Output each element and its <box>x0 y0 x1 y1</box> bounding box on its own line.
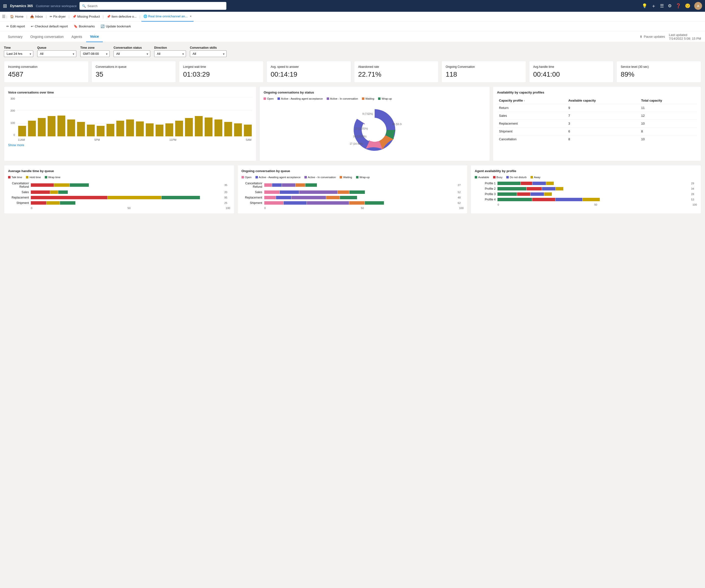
search-bar[interactable]: 🔍 Search <box>80 2 226 10</box>
hbar-bars <box>498 187 689 190</box>
tabs-bar: Summary Ongoing conversation Agents Voic… <box>0 31 705 42</box>
checkout-report-button[interactable]: ↩ Checkout default report <box>29 23 70 29</box>
kpi-wait: Longest wait time 01:03:29 <box>179 61 264 83</box>
filter-skills: Conversation skills All <box>190 46 227 57</box>
hbar-bars <box>31 196 223 199</box>
bar-segment <box>60 201 76 205</box>
conv-status-select[interactable]: All <box>113 50 150 57</box>
avg-handle-card: Average handle time by queue Talk time H… <box>4 165 234 214</box>
hbar-row: Profile 453 <box>475 198 697 201</box>
svg-rect-13 <box>106 124 114 136</box>
time-select[interactable]: Last 24 hrs Last 7 days Last 30 days <box>4 50 33 57</box>
hbar-bars <box>31 183 223 187</box>
close-tab-icon[interactable]: ✕ <box>190 15 192 17</box>
breadcrumb-home[interactable]: 🏠 Home <box>8 12 26 21</box>
direction-select[interactable]: All <box>154 50 186 57</box>
bookmarks-button[interactable]: 🔖 Bookmarks <box>71 23 97 29</box>
hamburger-icon[interactable]: ☰ <box>660 3 664 9</box>
active-awaiting-legend-dot <box>278 97 280 100</box>
queue-select[interactable]: All <box>37 50 76 57</box>
svg-rect-20 <box>175 121 183 136</box>
hbar-row: Replacement48 <box>241 196 464 199</box>
kpi-handle: Avg.handle time 00:41:00 <box>529 61 614 83</box>
breadcrumb-realtime[interactable]: 🌐 Real time omnichannel an... ✕ <box>141 12 194 21</box>
bar-segment <box>326 196 340 199</box>
checkout-icon: ↩ <box>31 25 34 28</box>
chart-x-labels: 11AM 5PM 11PM 5AM <box>17 138 252 141</box>
plus-icon[interactable]: ＋ <box>651 3 656 9</box>
bar-segment <box>544 192 552 196</box>
hold-time-dot <box>26 176 29 178</box>
bottom-row: Average handle time by queue Talk time H… <box>4 165 701 214</box>
pause-updates-button[interactable]: ⏸ Pause updates <box>640 35 665 38</box>
bar-segment <box>530 192 544 196</box>
timezone-select[interactable]: GMT-08:00 <box>80 50 110 57</box>
donut-container: 63 (53.38%) 17 (14.40%) 16 (13.55%) 13 (… <box>264 103 486 157</box>
svg-text:17 (14.40%): 17 (14.40%) <box>350 142 363 145</box>
svg-text:16 (13.55%): 16 (13.55%) <box>353 135 366 138</box>
svg-text:63 (53.38%): 63 (53.38%) <box>392 123 402 126</box>
bar-segment <box>31 190 50 194</box>
tab-agents[interactable]: Agents <box>67 31 86 42</box>
bar-segment <box>108 196 161 199</box>
hbar-row: Shipment25 <box>8 201 230 205</box>
filters-row: Time Last 24 hrs Last 7 days Last 30 day… <box>4 46 701 57</box>
bar-segment <box>498 192 517 196</box>
grid-icon[interactable]: ⊞ <box>3 3 7 9</box>
svg-rect-12 <box>97 126 104 136</box>
capacity-table-row: Return911 <box>497 104 697 112</box>
svg-rect-8 <box>57 116 65 136</box>
donut-legend: Open Active - Awaiting agent acceptance … <box>264 97 486 100</box>
bar-chart-area <box>17 97 252 136</box>
svg-rect-11 <box>87 125 95 136</box>
hbar-row: Profile 129 <box>475 182 697 185</box>
ongoing-status-chart: Ongoing conversations by status Open Act… <box>260 86 490 161</box>
filter-queue: Queue All <box>37 46 76 57</box>
pin-icon-2: 📌 <box>107 15 110 18</box>
top-nav-actions: 💡 ＋ ☰ ⚙ ❓ 🙂 A <box>642 2 702 10</box>
kpi-queue: Conversations in queue 35 <box>92 61 176 83</box>
breadcrumb-missing-product[interactable]: 📌 Missing Product <box>70 12 102 21</box>
hbar-bars <box>264 201 456 205</box>
svg-rect-26 <box>234 123 242 136</box>
gear-icon[interactable]: ⚙ <box>668 3 672 9</box>
breadcrumb-fix-dryer[interactable]: ✏ Fix dryer <box>48 12 68 21</box>
wrap-time-dot <box>45 176 47 178</box>
bar-segment <box>583 198 600 201</box>
smiley-icon[interactable]: 🙂 <box>685 3 690 9</box>
filter-direction: Direction All <box>154 46 186 57</box>
bar-segment <box>291 196 326 199</box>
capacity-table-scroll[interactable]: Capacity profile ↑ Available capacity To… <box>497 97 697 143</box>
help-icon[interactable]: ❓ <box>676 3 681 9</box>
breadcrumb-inbox[interactable]: 📥 Inbox <box>28 12 45 21</box>
bar-segment <box>542 187 556 190</box>
bar-segment <box>272 183 282 187</box>
tab-summary[interactable]: Summary <box>4 31 27 42</box>
update-bookmark-button[interactable]: 🔄 Update bookmark <box>98 23 133 29</box>
show-more-link[interactable]: Show more <box>8 143 24 147</box>
tab-voice[interactable]: Voice <box>86 31 103 42</box>
bar-segment <box>31 201 46 205</box>
tab-ongoing[interactable]: Ongoing conversation <box>27 31 67 42</box>
hbar-row: Cancellation/ Refund35 <box>8 182 230 188</box>
bookmark-icon: 🔖 <box>74 25 78 28</box>
hamburger-nav-icon[interactable]: ☰ <box>2 14 5 19</box>
bar-segment <box>556 198 582 201</box>
edit-report-button[interactable]: ✏ Edit report <box>4 23 28 29</box>
agent-avail-hbars: Profile 129Profile 234Profile 328Profile… <box>475 182 697 201</box>
breadcrumb-item-defective[interactable]: 📌 Item defective o... <box>105 12 139 21</box>
avatar[interactable]: A <box>694 2 702 10</box>
bar-segment <box>264 201 283 205</box>
bar-segment <box>349 190 365 194</box>
bar-segment <box>282 183 295 187</box>
lightbulb-icon[interactable]: 💡 <box>642 3 647 9</box>
capacity-table: Capacity profile ↑ Available capacity To… <box>497 97 697 143</box>
hbar-bars <box>498 192 689 196</box>
hbar-row: Replacement95 <box>8 196 230 199</box>
bar-segment <box>532 198 555 201</box>
capacity-table-row: Replacement310 <box>497 120 697 128</box>
talk-time-dot <box>8 176 10 178</box>
hbar-bars <box>498 198 689 201</box>
svg-rect-4 <box>18 126 26 136</box>
skills-select[interactable]: All <box>190 50 227 57</box>
